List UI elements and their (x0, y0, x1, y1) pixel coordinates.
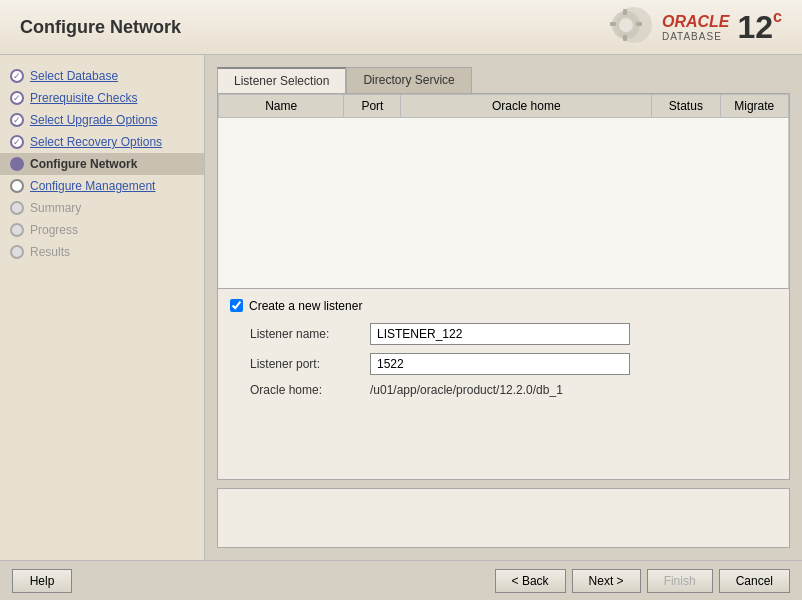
header: Configure Network ORACLE DATABASE 12 c (0, 0, 802, 55)
sidebar-item-configure-network[interactable]: Configure Network (0, 153, 204, 175)
listener-table-panel: Name Port Oracle home Status Migrate (217, 93, 790, 480)
listener-name-label: Listener name: (250, 327, 370, 341)
finish-button[interactable]: Finish (647, 569, 713, 593)
oracle-logo: ORACLE DATABASE 12 c (604, 3, 782, 51)
listener-port-row: Listener port: (230, 353, 777, 375)
sidebar-label-configure-network: Configure Network (30, 157, 137, 171)
sidebar-item-results: Results (0, 241, 204, 263)
sidebar-item-progress: Progress (0, 219, 204, 241)
sidebar-dot-progress (10, 223, 24, 237)
svg-rect-5 (636, 22, 642, 26)
sidebar-label-prerequisite-checks: Prerequisite Checks (30, 91, 137, 105)
sidebar-item-select-upgrade-options[interactable]: ✓ Select Upgrade Options (0, 109, 204, 131)
sidebar-dot-summary (10, 201, 24, 215)
footer-nav-buttons: < Back Next > Finish Cancel (495, 569, 790, 593)
help-button[interactable]: Help (12, 569, 72, 593)
table-empty-row (219, 118, 789, 288)
sidebar-label-select-upgrade-options: Select Upgrade Options (30, 113, 157, 127)
sidebar-label-results: Results (30, 245, 70, 259)
new-listener-form: Create a new listener Listener name: Lis… (218, 289, 789, 415)
sidebar-dot-configure-network (10, 157, 24, 171)
sidebar-dot-select-upgrade-options: ✓ (10, 113, 24, 127)
version-number: 12 (738, 9, 774, 46)
create-listener-checkbox[interactable] (230, 299, 243, 312)
col-port: Port (344, 95, 401, 118)
sidebar: ✓ Select Database ✓ Prerequisite Checks … (0, 55, 205, 560)
svg-point-6 (619, 18, 633, 32)
table-header-row: Name Port Oracle home Status Migrate (219, 95, 789, 118)
listener-port-label: Listener port: (250, 357, 370, 371)
listener-table: Name Port Oracle home Status Migrate (218, 94, 789, 288)
svg-rect-4 (610, 22, 616, 26)
footer: Help < Back Next > Finish Cancel (0, 560, 802, 600)
sidebar-label-select-recovery-options: Select Recovery Options (30, 135, 162, 149)
col-name: Name (219, 95, 344, 118)
col-migrate: Migrate (720, 95, 788, 118)
sidebar-item-configure-management[interactable]: Configure Management (0, 175, 204, 197)
sidebar-item-select-database[interactable]: ✓ Select Database (0, 65, 204, 87)
tab-bar: Listener Selection Directory Service (217, 67, 790, 93)
oracle-home-row: Oracle home: /u01/app/oracle/product/12.… (230, 383, 777, 397)
cancel-button[interactable]: Cancel (719, 569, 790, 593)
content-area: Listener Selection Directory Service Nam… (205, 55, 802, 560)
listener-name-row: Listener name: (230, 323, 777, 345)
table-container: Name Port Oracle home Status Migrate (218, 94, 789, 289)
gear-graphic (604, 3, 654, 48)
tab-directory-service[interactable]: Directory Service (346, 67, 471, 93)
back-button[interactable]: < Back (495, 569, 566, 593)
version-sup: c (773, 9, 782, 25)
oracle-brand-text: ORACLE (662, 13, 730, 31)
svg-rect-3 (623, 35, 627, 41)
sidebar-dot-prerequisite-checks: ✓ (10, 91, 24, 105)
sidebar-label-select-database: Select Database (30, 69, 118, 83)
create-listener-row: Create a new listener (230, 299, 777, 313)
sidebar-dot-configure-management (10, 179, 24, 193)
next-button[interactable]: Next > (572, 569, 641, 593)
oracle-home-value: /u01/app/oracle/product/12.2.0/db_1 (370, 383, 563, 397)
svg-rect-2 (623, 9, 627, 15)
listener-port-input[interactable] (370, 353, 630, 375)
listener-name-input[interactable] (370, 323, 630, 345)
bottom-info-panel (217, 488, 790, 548)
sidebar-dot-select-recovery-options: ✓ (10, 135, 24, 149)
sidebar-dot-results (10, 245, 24, 259)
oracle-home-label: Oracle home: (250, 383, 370, 397)
sidebar-item-select-recovery-options[interactable]: ✓ Select Recovery Options (0, 131, 204, 153)
sidebar-label-configure-management: Configure Management (30, 179, 155, 193)
oracle-db-text: DATABASE (662, 31, 722, 42)
main-layout: ✓ Select Database ✓ Prerequisite Checks … (0, 55, 802, 560)
sidebar-item-prerequisite-checks[interactable]: ✓ Prerequisite Checks (0, 87, 204, 109)
sidebar-label-summary: Summary (30, 201, 81, 215)
tab-listener-selection[interactable]: Listener Selection (217, 67, 346, 93)
page-title: Configure Network (20, 17, 181, 38)
sidebar-item-summary: Summary (0, 197, 204, 219)
sidebar-label-progress: Progress (30, 223, 78, 237)
col-status: Status (652, 95, 720, 118)
sidebar-dot-select-database: ✓ (10, 69, 24, 83)
col-oracle-home: Oracle home (401, 95, 652, 118)
create-listener-label[interactable]: Create a new listener (249, 299, 362, 313)
